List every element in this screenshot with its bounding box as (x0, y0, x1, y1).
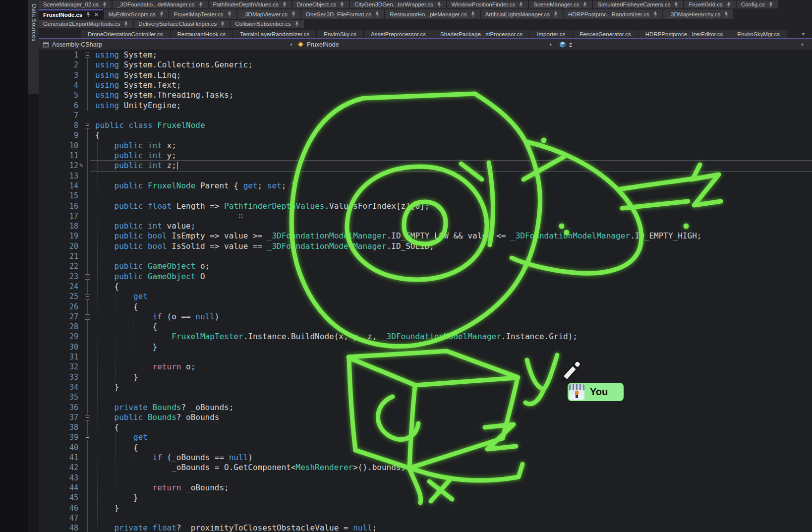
code-line-2[interactable]: 2using System.Collections.Generic; (39, 60, 812, 70)
pin-icon[interactable] (437, 2, 442, 7)
code-line-9[interactable]: 9{ (39, 130, 812, 140)
tab-SceneManager.cs[interactable]: SceneManager.cs (529, 0, 592, 8)
tab-OneSec3D_FileFormat.cs[interactable]: OneSec3D_FileFormat.cs (301, 9, 384, 19)
pin-icon[interactable] (291, 11, 296, 17)
code-line-3[interactable]: 3using System.Linq; (39, 70, 812, 80)
pin-icon[interactable] (294, 21, 299, 27)
tab-EnviroSkyMgr.cs[interactable]: EnviroSkyMgr.cs (730, 30, 787, 38)
code-line-6[interactable]: 6using UnityEngine; (39, 101, 812, 111)
code-editor[interactable]: ✎ 1using System;2using System.Collection… (39, 50, 812, 532)
pin-icon[interactable] (86, 12, 91, 17)
tab-_3DMapViewer.cs[interactable]: _3DMapViewer.cs (237, 9, 300, 19)
tab-FruxelMapTester.cs[interactable]: FruxelMapTester.cs (170, 9, 236, 19)
code-line-37[interactable]: 37 public Bounds? oBounds (39, 413, 812, 422)
tab-HDRPPostproc...Randomizer.cs[interactable]: HDRPPostproc...Randomizer.cs (564, 9, 662, 19)
tab-DroneOrientationController.cs[interactable]: DroneOrientationController.cs (81, 30, 171, 38)
code-line-14[interactable]: 14 public FruxelNode Parent { get; set; … (39, 181, 812, 191)
code-line-12[interactable]: 12 public int z; (39, 161, 812, 171)
tab-_3DFoundatio...delManager.cs[interactable]: _3DFoundatio...delManager.cs (113, 0, 208, 8)
code-line-22[interactable]: 22 public GameObject o; (39, 261, 812, 271)
code-line-11[interactable]: 11 public int y; (39, 151, 812, 161)
pin-icon[interactable] (470, 11, 475, 17)
code-line-26[interactable]: 26 { (39, 302, 812, 312)
pin-icon[interactable] (375, 11, 380, 17)
tab-RestaurantHook.cs[interactable]: RestaurantHook.cs (171, 30, 233, 38)
code-line-16[interactable]: 16 public float Length => PathfinderDept… (39, 201, 812, 211)
code-line-45[interactable]: 45 } (39, 493, 812, 503)
pin-icon[interactable] (227, 11, 232, 17)
code-line-47[interactable]: 47 (39, 513, 812, 523)
code-line-31[interactable]: 31 (39, 352, 812, 362)
code-line-8[interactable]: 8public class FruxelNode (39, 120, 812, 130)
type-dropdown[interactable]: FruxelNode (297, 39, 339, 50)
tab-overflow-chevron-icon[interactable]: ▾ (802, 31, 805, 37)
tab-DroneObject.cs[interactable]: DroneObject.cs (292, 0, 349, 8)
code-line-5[interactable]: 5using System.Threading.Tasks; (39, 90, 812, 100)
pin-icon[interactable] (102, 2, 107, 7)
pin-icon[interactable] (340, 2, 345, 7)
code-line-33[interactable]: 33 } (39, 372, 812, 382)
code-line-40[interactable]: 40 { (39, 443, 812, 453)
tab-Config.cs[interactable]: Config.cs (737, 0, 778, 8)
code-line-32[interactable]: 32 return o; (39, 362, 812, 372)
tab-FencesGenerator.cs[interactable]: FencesGenerator.cs (573, 30, 638, 38)
tab-WindowPositionFinder.cs[interactable]: WindowPositionFinder.cs (447, 0, 528, 8)
pin-icon[interactable] (674, 2, 679, 7)
tab-Importer.cs[interactable]: Importer.cs (530, 30, 573, 38)
code-lines[interactable]: 1using System;2using System.Collections.… (39, 50, 812, 532)
pin-icon[interactable] (198, 2, 203, 7)
code-line-13[interactable]: 13 (39, 171, 812, 181)
pin-icon[interactable] (724, 11, 729, 17)
code-line-29[interactable]: 29 FruxelMapTester.Instance.BuildNode(x,… (39, 332, 812, 342)
pin-icon[interactable] (582, 2, 587, 7)
tab-TerrainLayerRandomizer.cs[interactable]: TerrainLayerRandomizer.cs (233, 30, 317, 38)
tab-FruxelNode.cs[interactable]: FruxelNode.cs✕ (39, 9, 103, 19)
pin-icon[interactable] (653, 11, 658, 17)
pin-icon[interactable] (553, 11, 558, 17)
code-line-21[interactable]: 21 (39, 251, 812, 261)
code-line-43[interactable]: 43 (39, 473, 812, 483)
pin-icon[interactable] (159, 11, 164, 17)
tab-HDRPPostproce...izerEditor.cs[interactable]: HDRPPostproce...izerEditor.cs (638, 30, 731, 38)
tab-CollisionSubscriber.cs[interactable]: CollisionSubscriber.cs (231, 20, 304, 28)
code-line-15[interactable]: 15 (39, 191, 812, 201)
tab-EnviroSky.cs[interactable]: EnviroSky.cs (317, 30, 364, 38)
code-line-39[interactable]: 39 get (39, 432, 812, 442)
pin-icon[interactable] (282, 2, 287, 7)
tab-RestaurantHo...pleManager.cs[interactable]: RestaurantHo...pleManager.cs (385, 9, 479, 19)
code-line-18[interactable]: 18 public int value; (39, 221, 812, 231)
code-line-36[interactable]: 36 private Bounds? _oBounds; (39, 403, 812, 413)
code-line-27[interactable]: 27 if (o == null) (39, 312, 812, 322)
code-line-38[interactable]: 38 { (39, 422, 812, 432)
tab-FruxelGrid.cs[interactable]: FruxelGrid.cs (684, 0, 735, 8)
pin-icon[interactable] (726, 2, 731, 7)
tab-_3DMapHierarchy.cs[interactable]: _3DMapHierarchy.cs (663, 9, 734, 19)
pin-icon[interactable] (123, 21, 128, 27)
tab-SimulatedFisheyeCamera.cs[interactable]: SimulatedFisheyeCamera.cs (593, 0, 683, 8)
pin-icon[interactable] (519, 2, 523, 7)
code-line-17[interactable]: 17 ∷ (39, 211, 812, 221)
code-line-19[interactable]: 19 public bool IsEmpty => value >= _3DFo… (39, 231, 812, 241)
code-line-34[interactable]: 34 } (39, 382, 812, 392)
pin-icon[interactable] (768, 2, 773, 7)
tab-DeliverySurfaceClassHelper.cs[interactable]: DeliverySurfaceClassHelper.cs (134, 20, 230, 28)
tab-MyEditorScripts.cs[interactable]: MyEditorScripts.cs (104, 9, 169, 19)
navbar-overflow-chevron-icon[interactable]: ▾ (801, 42, 804, 47)
member-dropdown[interactable]: z (559, 39, 572, 50)
code-line-28[interactable]: 28 { (39, 322, 812, 332)
code-line-35[interactable]: 35 (39, 392, 812, 402)
project-dropdown-chevron-icon[interactable]: ▾ (290, 42, 292, 47)
code-line-41[interactable]: 41 if (_oBounds == null) (39, 453, 812, 463)
pin-icon[interactable] (220, 21, 225, 27)
code-line-24[interactable]: 24 { (39, 282, 812, 292)
tab-CityGen3DGen...torWrapper.cs[interactable]: CityGen3DGen...torWrapper.cs (350, 0, 446, 8)
code-line-44[interactable]: 44 return _oBounds; (39, 483, 812, 493)
code-line-42[interactable]: 42 _oBounds = O.GetComponent<MeshRendere… (39, 463, 812, 473)
tab-AssetPreprocessor.cs[interactable]: AssetPreprocessor.cs (364, 30, 433, 38)
code-line-23[interactable]: 23 public GameObject O (39, 272, 812, 282)
project-dropdown[interactable]: Assembly-CSharp (43, 39, 102, 50)
code-line-10[interactable]: 10 public int x; (39, 141, 812, 151)
code-line-25[interactable]: 25 get (39, 292, 812, 301)
code-line-20[interactable]: 20 public bool IsSolid => value == _3DFo… (39, 241, 812, 251)
tab-SceneManager_02.cs[interactable]: SceneManager_02.cs (39, 0, 112, 8)
